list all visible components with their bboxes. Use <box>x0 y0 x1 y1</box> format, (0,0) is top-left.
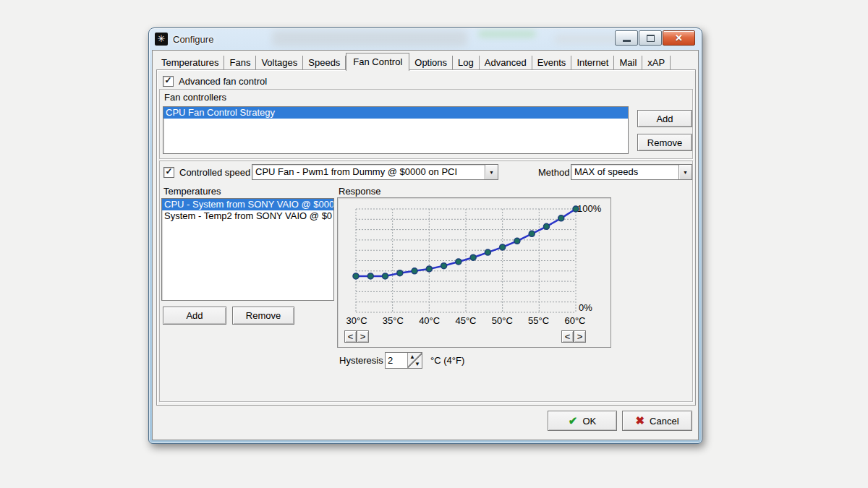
speedfan-app-icon: ✳ <box>155 33 168 46</box>
controlled-speed-select[interactable]: CPU Fan - Pwm1 from Dummy @ $0000 on PCI… <box>252 164 498 180</box>
x-axis-labels: 30°C35°C40°C45°C50°C55°C60°C <box>344 315 588 326</box>
tab[interactable]: Internet <box>571 56 614 70</box>
method-select[interactable]: MAX of speeds ▼ <box>571 164 692 180</box>
range-scroll-left-pair: < > <box>344 330 369 343</box>
curve-point[interactable] <box>353 273 359 279</box>
fan-control-tab-page: ✓ Advanced fan control Fan controllers C… <box>156 69 696 406</box>
hysteresis-label: Hysteresis <box>339 355 383 366</box>
fan-controllers-list[interactable]: CPU Fan Control Strategy <box>163 106 629 154</box>
temperature-item[interactable]: System - Temp2 from SONY VAIO @ $0 <box>162 210 333 222</box>
chevron-down-icon[interactable]: ▼ <box>485 165 498 179</box>
curve-point[interactable] <box>470 254 476 260</box>
curve-point[interactable] <box>397 270 403 276</box>
controlled-speed-label: Controlled speed <box>179 167 250 178</box>
tab[interactable]: Advanced <box>480 56 532 70</box>
glass-blur-smudge <box>272 30 467 46</box>
fan-controller-item[interactable]: CPU Fan Control Strategy <box>163 107 628 119</box>
advanced-fan-control-row: ✓ Advanced fan control <box>163 76 267 87</box>
minimize-button[interactable] <box>615 30 638 46</box>
range-scroll-right-pair: < > <box>561 330 586 343</box>
fan-controllers-label: Fan controllers <box>164 92 226 103</box>
glass-blur-smudge <box>478 30 536 38</box>
x-axis-tick-label: 30°C <box>344 315 370 326</box>
scroll-right-button[interactable]: > <box>357 330 369 343</box>
tab[interactable]: Temperatures <box>156 56 224 70</box>
close-icon: ✕ <box>675 33 683 43</box>
ok-label: OK <box>582 416 596 427</box>
controlled-speed-row: ✓ Controlled speed <box>163 167 250 178</box>
y-axis-min-label: 0% <box>579 302 592 313</box>
curve-point[interactable] <box>426 266 432 272</box>
title-bar[interactable]: ✳ Configure ✕ <box>149 28 702 50</box>
curve-point[interactable] <box>543 223 549 229</box>
configure-dialog: ✳ Configure ✕ TemperaturesFansVoltagesSp… <box>148 27 702 444</box>
spin-up-icon[interactable]: ▲ <box>409 354 415 360</box>
scroll-right-button[interactable]: > <box>574 330 586 343</box>
x-axis-tick-label: 50°C <box>489 315 515 326</box>
response-curve-chart[interactable] <box>342 202 591 317</box>
tab[interactable]: Speeds <box>303 56 346 70</box>
window-title: Configure <box>173 34 213 45</box>
curve-point[interactable] <box>441 263 447 269</box>
tab[interactable]: Mail <box>614 56 642 70</box>
tab[interactable]: Events <box>532 56 572 70</box>
tab[interactable]: Fan Control <box>346 53 409 71</box>
curve-point[interactable] <box>558 215 564 221</box>
hysteresis-input[interactable] <box>386 353 407 368</box>
method-label: Method <box>538 167 569 178</box>
response-label: Response <box>339 186 381 197</box>
curve-point[interactable] <box>514 238 520 244</box>
tab[interactable]: xAP <box>642 56 671 70</box>
ok-check-icon: ✔ <box>569 414 578 427</box>
scroll-left-button[interactable]: < <box>561 330 574 343</box>
curve-point[interactable] <box>456 259 461 265</box>
curve-point[interactable] <box>367 273 373 279</box>
dialog-body: TemperaturesFansVoltagesSpeedsFan Contro… <box>152 50 699 440</box>
curve-point[interactable] <box>485 249 490 255</box>
fan-controllers-remove-button[interactable]: Remove <box>637 134 692 151</box>
ok-button[interactable]: ✔ OK <box>548 411 617 431</box>
x-axis-tick-label: 60°C <box>562 315 588 326</box>
curve-point[interactable] <box>500 244 506 250</box>
tab[interactable]: Log <box>453 56 480 70</box>
method-value: MAX of speeds <box>571 165 678 179</box>
close-button[interactable]: ✕ <box>663 30 695 46</box>
advanced-fan-control-label: Advanced fan control <box>179 76 267 87</box>
x-axis-tick-label: 45°C <box>453 315 479 326</box>
cancel-x-icon: ✖ <box>635 414 644 427</box>
curve-point[interactable] <box>383 273 388 279</box>
x-axis-tick-label: 55°C <box>526 315 552 326</box>
spin-down-icon[interactable]: ▼ <box>414 361 420 367</box>
response-chart-panel: 100% 0% 30°C35°C40°C45°C50°C55°C60°C < >… <box>337 197 611 348</box>
hysteresis-spinner: ▲ ▼ <box>385 352 422 369</box>
tab[interactable]: Voltages <box>256 56 303 70</box>
cancel-button[interactable]: ✖ Cancel <box>622 411 692 431</box>
chevron-down-icon[interactable]: ▼ <box>678 165 692 179</box>
tab[interactable]: Fans <box>224 56 256 70</box>
hysteresis-unit-label: °C (4°F) <box>430 355 464 366</box>
scroll-left-button[interactable]: < <box>344 330 357 343</box>
hysteresis-spin-buttons[interactable]: ▲ ▼ <box>407 353 422 368</box>
tab-strip: TemperaturesFansVoltagesSpeedsFan Contro… <box>156 53 694 70</box>
y-axis-max-label: 100% <box>577 203 601 214</box>
advanced-fan-control-checkbox[interactable]: ✓ <box>163 76 174 87</box>
temperatures-label: Temperatures <box>163 186 221 197</box>
temperature-item[interactable]: CPU - System from SONY VAIO @ $000 <box>162 199 333 210</box>
maximize-button[interactable] <box>639 30 662 46</box>
maximize-icon <box>647 35 655 42</box>
curve-point[interactable] <box>529 231 535 236</box>
x-axis-tick-label: 40°C <box>417 315 443 326</box>
temperatures-list[interactable]: CPU - System from SONY VAIO @ $000System… <box>161 198 334 301</box>
controlled-speed-value: CPU Fan - Pwm1 from Dummy @ $0000 on PCI <box>252 165 485 179</box>
fan-controllers-add-button[interactable]: Add <box>637 110 692 127</box>
curve-point[interactable] <box>412 268 417 274</box>
controlled-speed-checkbox[interactable]: ✓ <box>163 167 174 178</box>
cancel-label: Cancel <box>650 416 678 427</box>
temperatures-remove-button[interactable]: Remove <box>232 307 294 325</box>
tab[interactable]: Options <box>409 56 453 70</box>
x-axis-tick-label: 35°C <box>380 315 406 326</box>
minimize-icon <box>623 40 631 42</box>
temperatures-add-button[interactable]: Add <box>163 307 226 325</box>
